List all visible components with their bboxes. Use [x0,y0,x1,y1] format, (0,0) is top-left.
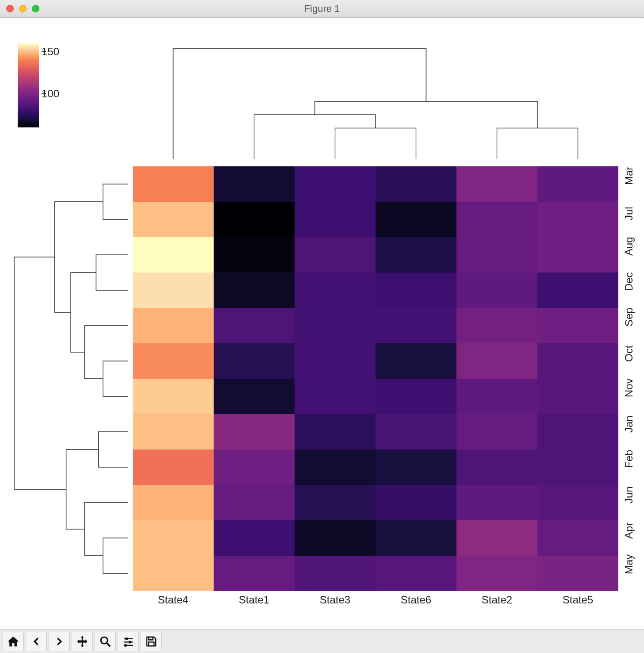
heatmap-cell [295,449,376,485]
column-axis-labels: State4State1State3State6State2State5 [133,594,618,606]
row-label: Sep [623,307,635,326]
column-label: State2 [456,594,537,606]
heatmap-cell [537,449,618,485]
heatmap-cell [295,556,376,591]
row-label: Feb [623,450,635,468]
heatmap-cell [133,202,214,237]
row-label: Mar [623,167,635,185]
heatmap-cell [456,414,537,449]
plot-canvas: State4State1State3State6State2State5MarJ… [0,18,644,629]
heatmap-cell [295,485,376,520]
heatmap-cell [537,308,618,343]
heatmap-cell [376,556,456,591]
heatmap-cell [456,202,537,237]
row-label: May [623,554,635,574]
heatmap-cell [295,343,376,379]
pan-button[interactable] [72,632,93,651]
heatmap-cell [537,237,618,273]
zoom-icon [99,635,112,648]
heatmap-cell [214,379,295,414]
heatmap-cell [376,273,456,308]
row-label: Oct [623,346,635,362]
heatmap-cell [376,308,456,343]
heatmap-cell [376,414,456,449]
heatmap-cell [214,414,295,449]
save-icon [145,635,158,648]
heatmap-cell [214,556,295,591]
left-arrow-icon [30,635,43,648]
heatmap-cell [214,485,295,520]
row-label: Jul [623,207,635,220]
heatmap-cell [456,520,537,556]
heatmap-cell [537,414,618,449]
heatmap [133,166,618,591]
save-button[interactable] [141,632,162,651]
column-label: State1 [214,594,295,606]
forward-button[interactable] [49,632,70,651]
heatmap-cell [133,414,214,449]
window-title: Figure 1 [0,3,644,15]
heatmap-cell [376,237,456,273]
heatmap-cell [133,485,214,520]
svg-point-5 [129,641,131,643]
heatmap-cell [214,449,295,485]
row-label: Aug [623,237,635,256]
colorbar: 100150 [18,43,39,127]
heatmap-cell [456,308,537,343]
heatmap-cell [133,343,214,379]
svg-rect-8 [149,637,153,640]
heatmap-cell [537,166,618,202]
heatmap-cell [214,308,295,343]
heatmap-cell [376,343,456,379]
heatmap-cell [456,485,537,520]
heatmap-cell [376,449,456,485]
column-label: State5 [537,594,618,606]
row-label: Dec [623,272,635,291]
heatmap-cell [214,343,295,379]
heatmap-cell [133,166,214,202]
home-button[interactable] [3,632,24,651]
heatmap-cell [456,343,537,379]
svg-line-1 [107,643,111,646]
heatmap-cell [295,379,376,414]
heatmap-cell [537,379,618,414]
heatmap-cell [214,166,295,202]
svg-rect-9 [149,642,154,646]
heatmap-cell [537,556,618,591]
right-arrow-icon [53,635,66,648]
column-label: State4 [133,594,214,606]
matplotlib-toolbar [0,629,644,653]
back-button[interactable] [26,632,47,651]
heatmap-cell [456,237,537,273]
heatmap-cell [133,237,214,273]
heatmap-cell [537,273,618,308]
heatmap-cell [295,414,376,449]
heatmap-cell [133,273,214,308]
sliders-icon [122,635,135,648]
heatmap-cell [133,556,214,591]
row-label: Jun [623,486,635,503]
heatmap-cell [376,520,456,556]
svg-point-7 [124,644,127,646]
heatmap-cell [537,485,618,520]
heatmap-cell [214,237,295,273]
heatmap-cell [537,520,618,556]
svg-point-3 [125,637,128,640]
column-label: State6 [376,594,456,606]
heatmap-cell [376,379,456,414]
home-icon [7,635,20,648]
heatmap-cell [295,237,376,273]
heatmap-cell [133,520,214,556]
heatmap-cell [456,379,537,414]
dendrogram-top [171,48,616,159]
move-icon [76,635,89,648]
configure-button[interactable] [118,632,139,651]
heatmap-cell [376,166,456,202]
figure-window: Figure 1 State4State1State3State6State2S… [0,0,644,653]
zoom-button[interactable] [95,632,116,651]
row-label: Apr [623,522,635,539]
heatmap-cell [133,449,214,485]
heatmap-cell [295,166,376,202]
heatmap-cell [456,166,537,202]
heatmap-cell [295,520,376,556]
